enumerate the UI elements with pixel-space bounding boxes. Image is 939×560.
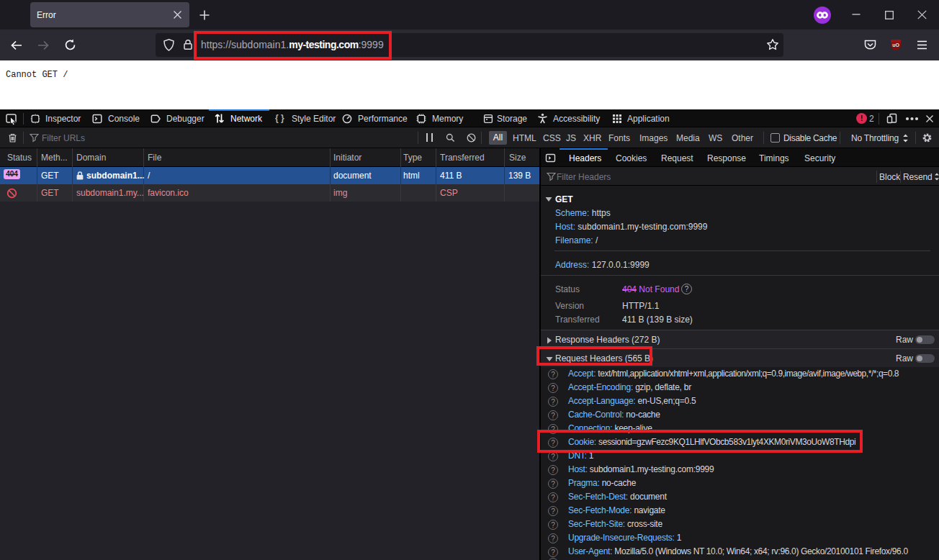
- svg-text:uO: uO: [892, 42, 899, 48]
